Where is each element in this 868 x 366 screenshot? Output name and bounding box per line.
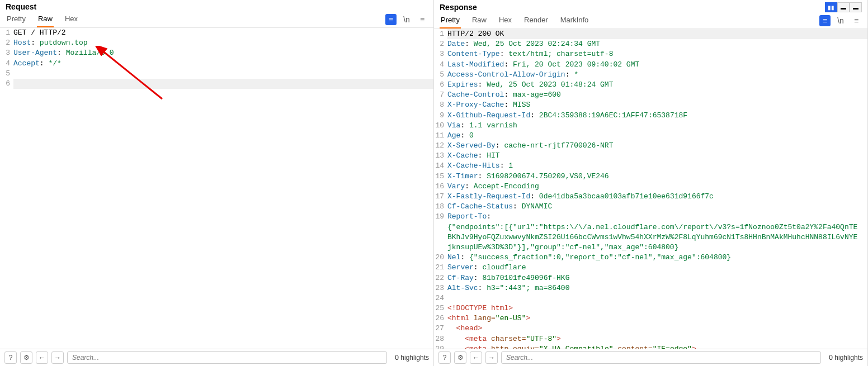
editor-line[interactable]: 21Server: cloudflare (434, 263, 867, 273)
editor-line[interactable]: 9X-Github-Request-Id: 2BC4:359388:19A6EC… (434, 111, 867, 121)
help-icon[interactable]: ? (438, 351, 451, 364)
response-tab-raw[interactable]: Raw (471, 12, 488, 28)
editor-line[interactable]: 19Report-To: (434, 212, 867, 222)
line-content[interactable] (13, 79, 433, 89)
pretty-print-icon[interactable]: ≡ (385, 14, 397, 25)
view-right-button[interactable]: ▬ (850, 2, 862, 12)
line-content[interactable]: Nel: {"success_fraction":0,"report_to":"… (447, 253, 867, 263)
view-both-button[interactable]: ▮▮ (825, 2, 837, 12)
editor-line[interactable]: 7Cache-Control: max-age=600 (434, 90, 867, 100)
line-content[interactable]: X-Timer: S1698200674.750209,VS0,VE246 (447, 172, 867, 182)
line-content[interactable]: User-Agent: Mozilla/5.0 (13, 48, 433, 58)
editor-line[interactable]: 13X-Cache: HIT (434, 151, 867, 161)
editor-line[interactable]: 23Alt-Svc: h3=":443"; ma=86400 (434, 283, 867, 293)
line-content[interactable]: GET / HTTP/2 (13, 28, 433, 38)
editor-line[interactable]: 12X-Served-By: cache-nrt-rjtf7700026-NRT (434, 141, 867, 151)
line-content[interactable]: X-Cache-Hits: 1 (447, 161, 867, 171)
editor-line[interactable]: 6 (0, 79, 433, 89)
editor-line[interactable]: 2Date: Wed, 25 Oct 2023 02:24:34 GMT (434, 39, 867, 49)
newline-toggle-icon[interactable]: \n (401, 14, 412, 25)
editor-line[interactable]: 22Cf-Ray: 81b70101fe49096f-HKG (434, 273, 867, 283)
editor-line[interactable]: 5Access-Control-Allow-Origin: * (434, 70, 867, 80)
left-arrow-icon[interactable]: ← (36, 351, 48, 364)
editor-line[interactable]: 1HTTP/2 200 OK (434, 29, 867, 39)
editor-line[interactable]: 17X-Fastly-Request-Id: 0de41dba5a3bcaa01… (434, 192, 867, 202)
line-content[interactable]: X-Served-By: cache-nrt-rjtf7700026-NRT (447, 141, 867, 151)
line-content[interactable]: <head> (447, 324, 867, 334)
response-tab-pretty[interactable]: Pretty (440, 12, 461, 28)
editor-line[interactable]: 4Last-Modified: Fri, 20 Oct 2023 09:40:0… (434, 60, 867, 70)
newline-toggle-icon[interactable]: \n (835, 15, 846, 26)
line-content[interactable]: Last-Modified: Fri, 20 Oct 2023 09:40:02… (447, 60, 867, 70)
line-content[interactable]: Access-Control-Allow-Origin: * (447, 70, 867, 80)
response-search-input[interactable] (501, 351, 821, 364)
editor-line[interactable]: 29 <meta http-equiv="X-UA-Compatible" co… (434, 344, 867, 349)
line-content[interactable]: HTTP/2 200 OK (447, 29, 867, 39)
editor-line[interactable]: 5 (0, 69, 433, 79)
request-search-input[interactable] (67, 351, 387, 364)
response-tab-hex[interactable]: Hex (498, 12, 513, 28)
help-icon[interactable]: ? (4, 351, 17, 364)
line-content[interactable]: Via: 1.1 varnish (447, 121, 867, 131)
editor-line[interactable]: 16Vary: Accept-Encoding (434, 182, 867, 192)
pretty-print-icon[interactable]: ≡ (819, 15, 831, 26)
line-content[interactable]: Host: putdown.top (13, 38, 433, 48)
line-content[interactable]: Cf-Cache-Status: DYNAMIC (447, 202, 867, 212)
editor-line[interactable]: 28 <meta charset="UTF-8"> (434, 334, 867, 344)
editor-line[interactable]: 26<html lang="en-US"> (434, 313, 867, 324)
line-content[interactable]: Report-To: (447, 212, 867, 222)
editor-line[interactable]: 27 <head> (434, 324, 867, 334)
line-content[interactable]: Vary: Accept-Encoding (447, 182, 867, 192)
editor-line[interactable]: 20Nel: {"success_fraction":0,"report_to"… (434, 253, 867, 263)
line-content[interactable]: X-Github-Request-Id: 2BC4:359388:19A6EC:… (447, 111, 867, 121)
request-editor[interactable]: 1GET / HTTP/22Host: putdown.top3User-Age… (0, 28, 433, 349)
line-content[interactable]: Date: Wed, 25 Oct 2023 02:24:34 GMT (447, 39, 867, 49)
editor-line[interactable]: 25<!DOCTYPE html> (434, 303, 867, 313)
editor-line[interactable]: 11Age: 0 (434, 131, 867, 141)
hamburger-icon[interactable]: ≡ (417, 14, 428, 25)
line-content[interactable]: Server: cloudflare (447, 263, 867, 273)
line-content[interactable]: <!DOCTYPE html> (447, 303, 867, 313)
line-content[interactable]: <meta http-equiv="X-UA-Compatible" conte… (447, 344, 867, 349)
line-content[interactable]: Accept: */* (13, 59, 433, 69)
editor-line[interactable]: 4Accept: */* (0, 59, 433, 69)
line-content[interactable]: Age: 0 (447, 131, 867, 141)
editor-line[interactable]: 1GET / HTTP/2 (0, 28, 433, 38)
editor-line[interactable]: 18Cf-Cache-Status: DYNAMIC (434, 202, 867, 212)
gear-icon[interactable]: ⚙ (454, 351, 466, 364)
line-content[interactable]: Cf-Ray: 81b70101fe49096f-HKG (447, 273, 867, 283)
line-content[interactable]: Cache-Control: max-age=600 (447, 90, 867, 100)
editor-line[interactable]: 3Content-Type: text/html; charset=utf-8 (434, 49, 867, 59)
line-content[interactable]: Expires: Wed, 25 Oct 2023 01:48:24 GMT (447, 80, 867, 90)
editor-line[interactable]: 8X-Proxy-Cache: MISS (434, 100, 867, 110)
editor-line[interactable]: 6Expires: Wed, 25 Oct 2023 01:48:24 GMT (434, 80, 867, 90)
request-tab-raw[interactable]: Raw (37, 11, 54, 27)
line-content[interactable]: <html lang="en-US"> (447, 313, 867, 324)
response-tab-markinfo[interactable]: MarkInfo (559, 12, 590, 28)
editor-line[interactable]: 14X-Cache-Hits: 1 (434, 161, 867, 171)
line-content[interactable]: X-Fastly-Request-Id: 0de41dba5a3bcaa0103… (447, 192, 867, 202)
editor-line[interactable]: 24 (434, 293, 867, 303)
editor-line[interactable]: {"endpoints":[{"url":"https:\/\/a.nel.cl… (434, 222, 867, 253)
editor-line[interactable]: 2Host: putdown.top (0, 38, 433, 48)
view-left-button[interactable]: ▬ (837, 2, 850, 12)
line-content[interactable] (447, 293, 867, 303)
line-content[interactable]: Content-Type: text/html; charset=utf-8 (447, 49, 867, 59)
request-tab-hex[interactable]: Hex (64, 11, 79, 27)
line-content[interactable]: X-Proxy-Cache: MISS (447, 100, 867, 110)
gear-icon[interactable]: ⚙ (20, 351, 32, 364)
hamburger-icon[interactable]: ≡ (851, 15, 862, 26)
line-content[interactable]: <meta charset="UTF-8"> (447, 334, 867, 344)
editor-line[interactable]: 15X-Timer: S1698200674.750209,VS0,VE246 (434, 172, 867, 182)
editor-line[interactable]: 3User-Agent: Mozilla/5.0 (0, 48, 433, 58)
line-content[interactable] (13, 69, 433, 79)
line-content[interactable]: Alt-Svc: h3=":443"; ma=86400 (447, 283, 867, 293)
response-tab-render[interactable]: Render (523, 12, 549, 28)
response-editor[interactable]: 1HTTP/2 200 OK2Date: Wed, 25 Oct 2023 02… (434, 29, 867, 349)
line-content[interactable]: {"endpoints":[{"url":"https:\/\/a.nel.cl… (447, 222, 867, 253)
editor-line[interactable]: 10Via: 1.1 varnish (434, 121, 867, 131)
right-arrow-icon[interactable]: → (485, 351, 498, 364)
request-tab-pretty[interactable]: Pretty (6, 11, 27, 27)
line-content[interactable]: X-Cache: HIT (447, 151, 867, 161)
left-arrow-icon[interactable]: ← (470, 351, 482, 364)
